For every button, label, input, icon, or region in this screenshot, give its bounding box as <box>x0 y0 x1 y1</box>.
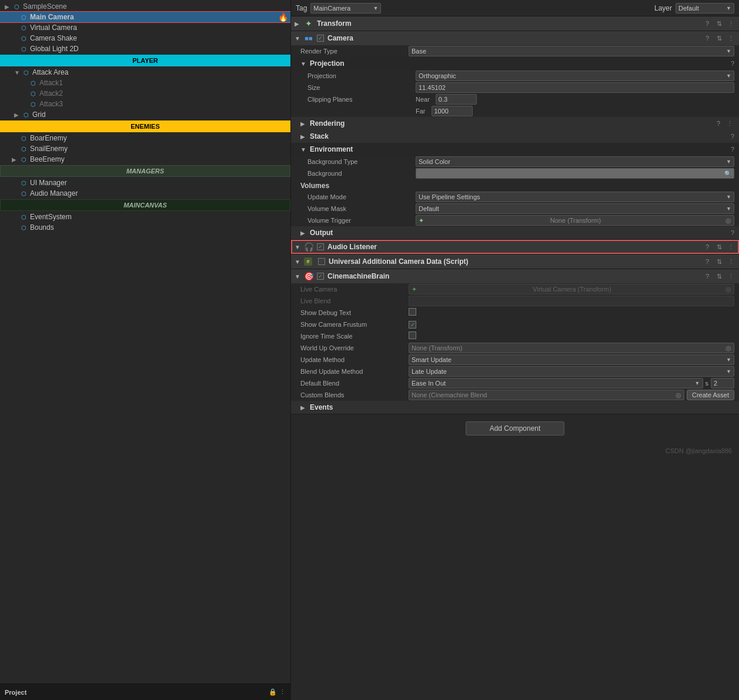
hierarchy-item-camera-shake[interactable]: ⬡ Camera Shake <box>0 33 290 43</box>
render-type-dropdown[interactable]: Base ▼ <box>409 46 734 56</box>
help-icon[interactable]: ? <box>731 133 734 140</box>
background-color-field[interactable]: 🔍 <box>416 168 734 179</box>
hierarchy-item-attack3[interactable]: ⬡ Attack3 <box>0 99 290 109</box>
eyedropper-icon[interactable]: 🔍 <box>724 170 731 177</box>
hierarchy-item-samplescene[interactable]: ▶ ⬡ SampleScene <box>0 1 290 12</box>
collapse-arrow: ▶ <box>300 404 307 411</box>
cube-icon: ⬡ <box>19 34 28 42</box>
default-blend-dropdown[interactable]: Ease In Out ▼ <box>409 378 703 388</box>
hierarchy-item-bounds[interactable]: ⬡ Bounds <box>0 222 290 233</box>
update-mode-dropdown[interactable]: Use Pipeline Settings ▼ <box>416 192 734 202</box>
projection-subsection-header[interactable]: ▼ Projection ? <box>291 57 739 70</box>
volume-trigger-field[interactable]: ✦ None (Transform) ◎ <box>416 215 734 226</box>
custom-blends-field[interactable]: None (Cinemachine Blend ◎ <box>409 390 684 400</box>
help-icon[interactable]: ? <box>731 229 734 236</box>
audio-listener-checkbox[interactable]: ✓ <box>317 243 324 250</box>
hierarchy-item-event-system[interactable]: ⬡ EventSystem <box>0 212 290 222</box>
cinemachine-brain-header[interactable]: ▼ 🎯 ✓ CinemachineBrain ? ⇅ ⋮ <box>291 269 739 283</box>
world-up-override-field[interactable]: None (Transform) ◎ <box>409 343 734 353</box>
stack-subsection-header[interactable]: ▶ Stack ? <box>291 130 739 143</box>
chevron-down-icon: ▼ <box>726 48 731 54</box>
clipping-planes-label: Clipping Planes <box>307 96 413 103</box>
layer-dropdown[interactable]: Default ▼ <box>676 3 734 14</box>
target-icon[interactable]: ◎ <box>725 217 731 225</box>
ignore-time-scale-checkbox[interactable] <box>409 331 416 339</box>
hierarchy-item-attack2[interactable]: ⬡ Attack2 <box>0 88 290 99</box>
hierarchy-item-boar-enemy[interactable]: ⬡ BoarEnemy <box>0 133 290 143</box>
section-label: ENEMIES <box>131 123 160 130</box>
target-icon[interactable]: ◎ <box>725 286 731 293</box>
hierarchy-item-main-camera[interactable]: ⬡ Main Camera 🔥 <box>0 12 290 22</box>
near-input[interactable]: 0.3 <box>436 94 477 105</box>
audio-listener-header[interactable]: ▼ 🎧 ✓ Audio Listener ? ⇅ ⋮ <box>291 240 739 254</box>
help-icon[interactable]: ? <box>731 146 734 153</box>
more-icon[interactable]: ⋮ <box>725 119 734 128</box>
hierarchy-item-global-light[interactable]: ⬡ Global Light 2D <box>0 43 290 54</box>
update-method-dropdown[interactable]: Smart Update ▼ <box>409 354 734 365</box>
item-label: Bounds <box>30 223 54 232</box>
background-type-dropdown[interactable]: Solid Color ▼ <box>416 156 734 167</box>
camera-enabled-checkbox[interactable]: ✓ <box>317 35 324 42</box>
hierarchy-item-snail-enemy[interactable]: ⬡ SnailEnemy <box>0 143 290 154</box>
help-icon[interactable]: ? <box>703 257 712 266</box>
render-type-value: Base <box>412 48 426 55</box>
show-debug-checkbox[interactable] <box>409 308 416 316</box>
add-component-button[interactable]: Add Component <box>466 421 565 436</box>
create-asset-button[interactable]: Create Asset <box>687 390 734 400</box>
menu-icon: ⋮ <box>279 688 286 696</box>
more-icon[interactable]: ⋮ <box>726 242 735 252</box>
target-icon[interactable]: ◎ <box>676 391 681 399</box>
more-icon[interactable]: ⋮ <box>726 19 735 28</box>
rendering-section-label: Rendering <box>310 119 345 128</box>
more-icon[interactable]: ⋮ <box>726 257 735 266</box>
rendering-subsection-header[interactable]: ▶ Rendering ? ⋮ <box>291 117 739 130</box>
camera-title: Camera <box>327 34 353 42</box>
item-label: Attack3 <box>39 100 63 108</box>
hierarchy-item-attack-area[interactable]: ▼ ⬡ Attack Area <box>0 67 290 78</box>
projection-dropdown[interactable]: Orthographic ▼ <box>416 71 734 81</box>
target-icon[interactable]: ◎ <box>725 344 731 352</box>
volume-mask-dropdown[interactable]: Default ▼ <box>416 203 734 214</box>
cmb-enabled-checkbox[interactable]: ✓ <box>317 273 324 280</box>
help-icon[interactable]: ? <box>703 34 712 43</box>
help-icon[interactable]: ? <box>703 272 712 281</box>
chevron-down-icon: ▼ <box>373 5 378 11</box>
blend-update-method-dropdown[interactable]: Late Update ▼ <box>409 366 734 377</box>
environment-subsection-header[interactable]: ▼ Environment ? <box>291 143 739 156</box>
help-icon[interactable]: ? <box>731 60 734 67</box>
transform-header[interactable]: ▶ ✦ Transform ? ⇅ ⋮ <box>291 16 739 31</box>
hierarchy-item-grid[interactable]: ▶ ⬡ Grid <box>0 109 290 120</box>
live-camera-label: Live Camera <box>300 286 406 293</box>
help-icon[interactable]: ? <box>703 242 712 252</box>
tag-dropdown[interactable]: MainCamera ▼ <box>310 3 381 14</box>
size-input[interactable]: 11.45102 <box>416 82 734 93</box>
help-icon[interactable]: ? <box>717 120 720 127</box>
universal-camera-data-header[interactable]: ▼ # Universal Additional Camera Data (Sc… <box>291 254 739 269</box>
project-label: Project <box>5 689 26 696</box>
hierarchy-item-ui-manager[interactable]: ⬡ UI Manager <box>0 177 290 188</box>
help-icon[interactable]: ? <box>703 19 712 28</box>
settings-icon[interactable]: ⇅ <box>714 272 724 281</box>
hierarchy-item-virtual-camera[interactable]: ⬡ Virtual Camera <box>0 22 290 33</box>
background-type-value: Solid Color <box>419 158 450 165</box>
render-type-label: Render Type <box>300 48 406 55</box>
hierarchy-item-audio-manager[interactable]: ⬡ Audio Manager <box>0 188 290 199</box>
settings-icon[interactable]: ⇅ <box>714 242 724 252</box>
more-icon[interactable]: ⋮ <box>726 34 735 43</box>
hierarchy-item-attack1[interactable]: ⬡ Attack1 <box>0 78 290 88</box>
hierarchy-list: ▶ ⬡ SampleScene ⬡ Main Camera 🔥 ⬡ Virtua… <box>0 0 290 684</box>
settings-icon[interactable]: ⇅ <box>714 34 724 43</box>
default-blend-num-input[interactable]: 2 <box>711 378 734 388</box>
far-input[interactable]: 1000 <box>432 106 473 116</box>
script-enabled-checkbox[interactable] <box>318 258 325 265</box>
settings-icon[interactable]: ⇅ <box>714 257 724 266</box>
live-camera-field[interactable]: ✦ Virtual Camera (Transform) ◎ <box>409 284 734 294</box>
output-subsection-header[interactable]: ▶ Output ? <box>291 226 739 239</box>
camera-header[interactable]: ▼ ■■ ✓ Camera ? ⇅ ⋮ <box>291 31 739 45</box>
settings-icon[interactable]: ⇅ <box>714 19 724 28</box>
live-blend-field[interactable] <box>409 296 734 306</box>
events-subsection-header[interactable]: ▶ Events <box>291 401 739 414</box>
hierarchy-item-bee-enemy[interactable]: ▶ ⬡ BeeEnemy <box>0 154 290 165</box>
show-camera-frustum-checkbox[interactable]: ✓ <box>409 321 416 329</box>
more-icon[interactable]: ⋮ <box>726 272 735 281</box>
